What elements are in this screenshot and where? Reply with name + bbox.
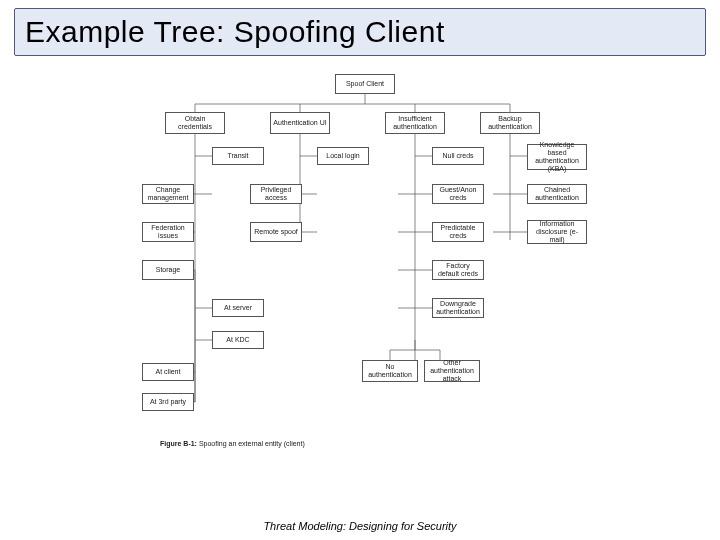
node-info-disclosure: Information disclosure (e-mail) [527,220,587,244]
node-other-auth-attack: Other authentication attack [424,360,480,382]
node-authentication-ui: Authentication UI [270,112,330,134]
node-local-login: Local login [317,147,369,165]
node-at-kdc: At KDC [212,331,264,349]
node-transit: Transit [212,147,264,165]
node-insufficient-auth: Insufficient authentication [385,112,445,134]
figure-label: Figure B-1: [160,440,197,447]
node-at-server: At server [212,299,264,317]
node-chained-auth: Chained authentication [527,184,587,204]
node-at-3rd-party: At 3rd party [142,393,194,411]
node-guest-anon: Guest/Anon creds [432,184,484,204]
node-no-authentication: No authentication [362,360,418,382]
node-root: Spoof Client [335,74,395,94]
node-kba: Knowledge based authentication (KBA) [527,144,587,170]
figure-text: Spoofing an external entity (client) [199,440,305,447]
node-predictable-creds: Predictable creds [432,222,484,242]
attack-tree-diagram: Spoof Client Obtain credentials Authenti… [140,70,590,490]
node-storage: Storage [142,260,194,280]
node-downgrade-auth: Downgrade authentication [432,298,484,318]
node-privileged-access: Privileged access [250,184,302,204]
slide-footer: Threat Modeling: Designing for Security [0,520,720,532]
node-at-client: At client [142,363,194,381]
node-federation-issues: Federation issues [142,222,194,242]
node-obtain-credentials: Obtain credentials [165,112,225,134]
slide-title-bar: Example Tree: Spoofing Client [14,8,706,56]
figure-caption: Figure B-1: Spoofing an external entity … [160,440,305,447]
node-factory-default: Factory default creds [432,260,484,280]
node-backup-auth: Backup authentication [480,112,540,134]
node-remote-spoof: Remote spoof [250,222,302,242]
node-change-management: Change management [142,184,194,204]
slide-title: Example Tree: Spoofing Client [25,15,695,49]
node-null-creds: Null creds [432,147,484,165]
